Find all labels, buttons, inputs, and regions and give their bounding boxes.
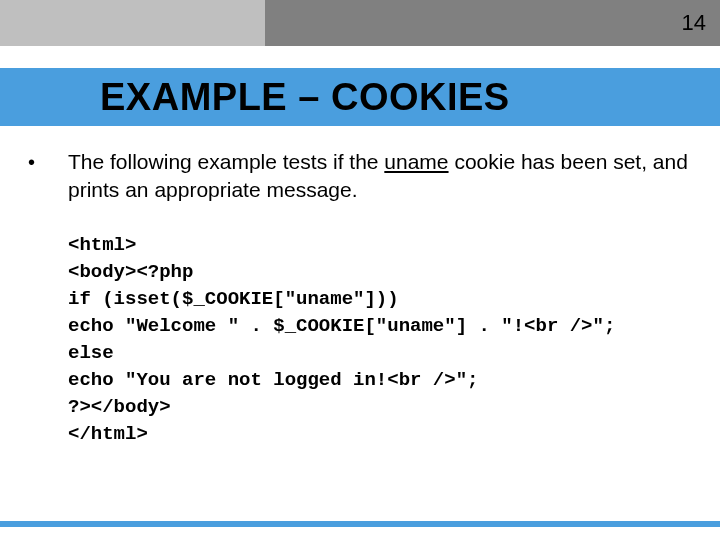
code-line-6: echo "You are not logged in!<br />";	[68, 369, 478, 391]
code-line-7: ?></body>	[68, 396, 171, 418]
bullet-underlined: uname	[384, 150, 448, 173]
bullet-item: • The following example tests if the una…	[28, 148, 692, 204]
title-band: EXAMPLE – COOKIES	[0, 68, 720, 126]
code-line-8: </html>	[68, 423, 148, 445]
top-decorative-band	[0, 0, 720, 46]
top-band-right	[265, 0, 720, 46]
slide-title: EXAMPLE – COOKIES	[100, 76, 510, 119]
code-line-5: else	[68, 342, 114, 364]
bullet-text: The following example tests if the uname…	[68, 148, 692, 204]
content-area: • The following example tests if the una…	[28, 148, 692, 448]
code-line-3: if (isset($_COOKIE["uname"]))	[68, 288, 399, 310]
bullet-dot: •	[28, 148, 68, 204]
page-number: 14	[682, 10, 706, 36]
footer-decorative-line	[0, 521, 720, 527]
code-block: <html> <body><?php if (isset($_COOKIE["u…	[68, 232, 692, 448]
code-line-1: <html>	[68, 234, 136, 256]
top-band-left	[0, 0, 265, 46]
code-line-4: echo "Welcome " . $_COOKIE["uname"] . "!…	[68, 315, 615, 337]
bullet-pre: The following example tests if the	[68, 150, 384, 173]
code-line-2: <body><?php	[68, 261, 193, 283]
